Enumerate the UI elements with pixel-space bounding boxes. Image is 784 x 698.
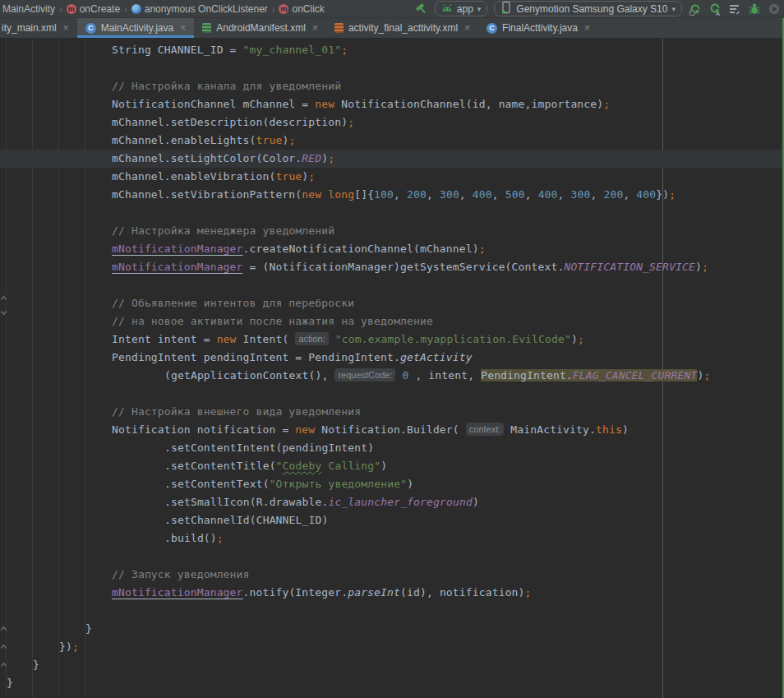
code-line — [0, 59, 784, 77]
profiler-icon[interactable] — [728, 2, 741, 16]
code-line: }); — [0, 638, 784, 656]
method-icon: m — [67, 4, 76, 14]
svg-text:A: A — [716, 9, 720, 16]
breadcrumb: MainActivity›monCreate›anonymous OnClick… — [0, 3, 325, 15]
close-icon[interactable]: × — [312, 22, 318, 34]
tab-label: ity_main.xml — [2, 22, 57, 34]
fold-marker-icon[interactable] — [0, 621, 7, 636]
java-file-icon: C — [487, 23, 497, 34]
breadcrumb-separator: › — [123, 4, 128, 14]
tab-AndroidManifest.xml[interactable]: AndroidManifest.xml× — [194, 18, 326, 38]
tab-MainActivity.java[interactable]: CMainActivity.java× — [77, 18, 195, 38]
anon-class-icon — [131, 4, 141, 14]
android-icon — [441, 2, 453, 15]
code-line: .setContentText("Открыть уведомление") — [0, 475, 784, 493]
code-line: .setContentTitle("Codeby Calling") — [0, 457, 784, 475]
close-icon[interactable]: × — [180, 22, 186, 34]
device-select[interactable]: Genymotion Samsung Galaxy S10 ▾ — [494, 1, 682, 16]
code-line: Intent intent = new Intent( action: "com… — [0, 331, 784, 349]
breadcrumb-separator: › — [271, 4, 276, 14]
code-area[interactable]: String CHANNEL_ID = "my_channel_01";// Н… — [0, 39, 784, 692]
code-line: String CHANNEL_ID = "my_channel_01"; — [0, 41, 784, 59]
tab-label: FinalActtivity.java — [502, 22, 578, 34]
code-line: } — [0, 656, 784, 674]
breadcrumb-label: MainActivity — [2, 3, 55, 15]
code-line — [0, 385, 784, 403]
fold-marker-icon[interactable] — [0, 305, 7, 320]
code-line: (getApplicationContext(), requestCode: 0… — [0, 367, 784, 385]
apply-code-changes-icon[interactable]: A — [708, 2, 722, 16]
chevron-down-icon: ▾ — [671, 5, 676, 13]
code-line: // Настройка внешнего вида уведомления — [0, 403, 784, 421]
code-line: NotificationChannel mChannel = new Notif… — [0, 95, 784, 113]
code-line: // на новое активити после нажатия на ув… — [0, 312, 784, 331]
fold-marker-icon[interactable] — [0, 657, 7, 672]
breadcrumb-item[interactable]: monClick — [279, 3, 324, 15]
build-hammer-icon[interactable] — [415, 2, 428, 16]
java-file-icon: C — [85, 23, 96, 34]
chevron-down-icon: ▾ — [477, 5, 482, 13]
toolbar-right: app ▾ Genymotion Samsung Galaxy S10 ▾ A — [415, 1, 784, 16]
code-line: .setChannelId(CHANNEL_ID) — [0, 511, 784, 529]
xml-file-icon — [334, 23, 344, 33]
breadcrumb-label: onCreate — [80, 3, 120, 15]
device-label: Genymotion Samsung Galaxy S10 — [516, 3, 667, 15]
code-line: .build(); — [0, 529, 784, 548]
tab-activity_final_acttivity.xml[interactable]: activity_final_acttivity.xml× — [326, 18, 478, 38]
breadcrumb-label: anonymous OnClickListener — [145, 3, 268, 15]
code-line: mNotificationManager.notify(Integer.pars… — [0, 584, 784, 602]
method-icon: m — [279, 4, 288, 14]
code-line: mChannel.enableLights(true); — [0, 132, 784, 150]
breadcrumb-separator: › — [58, 4, 63, 14]
apply-changes-icon[interactable] — [689, 2, 702, 16]
code-line: .setSmallIcon(R.drawable.ic_launcher_for… — [0, 493, 784, 511]
code-line: // Обьявление интентов для переброски — [0, 294, 784, 312]
tab-label: MainActivity.java — [101, 22, 173, 34]
fold-marker-icon[interactable] — [0, 639, 7, 654]
code-line: mNotificationManager = (NotificationMana… — [0, 258, 784, 276]
tab-ity_main.xml[interactable]: ity_main.xml× — [0, 18, 77, 38]
android-studio-window: MainActivity›monCreate›anonymous OnClick… — [0, 0, 784, 698]
tab-label: activity_final_acttivity.xml — [348, 22, 458, 34]
code-line: // Настройка канала для уведомлений — [0, 77, 784, 95]
run-configuration-label: app — [457, 3, 473, 15]
tab-label: AndroidManifest.xml — [216, 22, 306, 34]
device-phone-icon — [500, 1, 512, 16]
main-toolbar: MainActivity›monCreate›anonymous OnClick… — [0, 0, 784, 18]
code-line — [0, 602, 784, 620]
code-line: mChannel.setVibrationPattern(new long[]{… — [0, 186, 784, 204]
breadcrumb-item[interactable]: MainActivity — [2, 3, 55, 15]
close-icon[interactable]: × — [464, 22, 470, 34]
code-line: mChannel.setDescription(description); — [0, 113, 784, 132]
code-line: // Запуск уведомления — [0, 566, 784, 584]
code-line: mChannel.enableVibration(true); — [0, 168, 784, 186]
code-line: Notification notification = new Notifica… — [0, 421, 784, 439]
code-line — [0, 548, 784, 566]
code-line — [0, 276, 784, 294]
code-line: mChannel.setLightColor(Color.RED); — [0, 150, 784, 168]
tab-FinalActtivity.java[interactable]: CFinalActtivity.java× — [478, 18, 598, 38]
close-icon[interactable]: × — [584, 22, 590, 34]
breadcrumb-item[interactable]: anonymous OnClickListener — [131, 3, 268, 15]
code-line — [0, 204, 784, 222]
close-icon[interactable]: × — [63, 22, 69, 34]
breadcrumb-label: onClick — [292, 3, 324, 15]
breadcrumb-item[interactable]: monCreate — [67, 3, 120, 15]
code-line: mNotificationManager.createNotificationC… — [0, 240, 784, 258]
code-line: } — [0, 620, 784, 638]
run-configuration-select[interactable]: app ▾ — [435, 1, 488, 16]
attach-debugger-icon[interactable] — [768, 2, 781, 16]
code-line: // Настройка менеджера уведомлений — [0, 222, 784, 240]
code-line: } — [0, 674, 784, 692]
editor[interactable]: String CHANNEL_ID = "my_channel_01";// Н… — [0, 39, 784, 698]
debug-icon[interactable] — [748, 2, 761, 16]
code-line: PendingIntent pendingIntent = PendingInt… — [0, 349, 784, 367]
fold-marker-icon[interactable] — [0, 290, 7, 305]
tab-bar: ity_main.xml×CMainActivity.java×AndroidM… — [0, 18, 784, 39]
manifest-file-icon — [202, 23, 211, 33]
code-line: .setContentIntent(pendingIntent) — [0, 439, 784, 457]
